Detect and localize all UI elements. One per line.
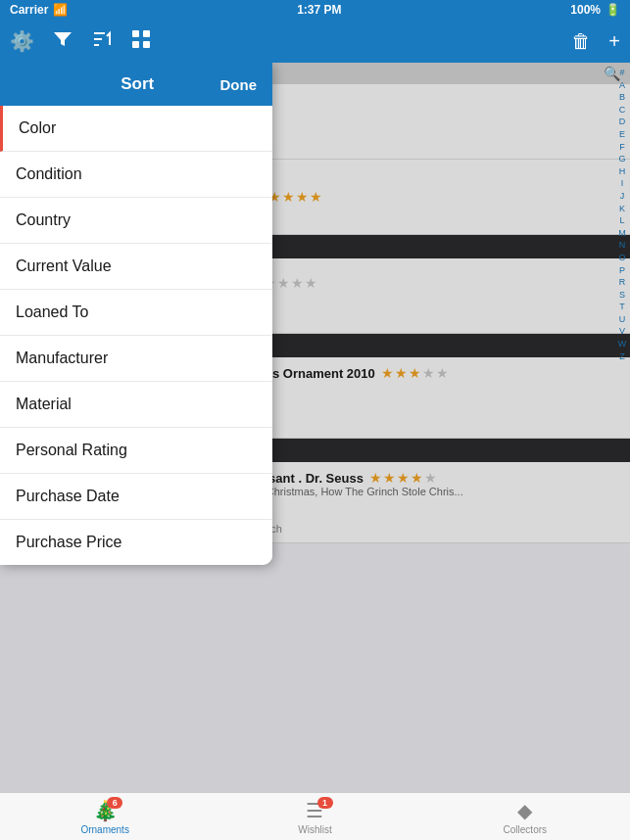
sort-panel: Sort Done Color Condition Country Curren… (0, 63, 272, 565)
svg-rect-4 (143, 30, 150, 37)
sort-item-country[interactable]: Country (0, 198, 272, 244)
nav-right-icons: 🗑 + (571, 30, 620, 53)
battery-text: 100% (570, 3, 601, 17)
sort-item-personal-rating[interactable]: Personal Rating (0, 428, 272, 474)
status-right: 100% 🔋 (570, 3, 620, 17)
settings-icon[interactable]: ⚙️ (10, 29, 34, 53)
svg-rect-5 (132, 41, 139, 48)
tab-collectors[interactable]: ◆ Collectors (420, 793, 630, 840)
ornaments-label: Ornaments (80, 824, 128, 835)
wishlist-label: Wishlist (298, 824, 331, 835)
tab-bar: 6 🎄 Ornaments 1 ☰ Wishlist ◆ Collectors (0, 792, 630, 840)
ornaments-badge: 6 (107, 797, 122, 809)
sort-item-current-value[interactable]: Current Value (0, 244, 272, 290)
sort-done-button[interactable]: Done (220, 76, 258, 93)
status-left: Carrier 📶 (10, 3, 68, 17)
sort-item-manufacturer[interactable]: Manufacturer (0, 336, 272, 382)
content-area: 🔍 ment Corvette ★ ★ ★ ★ ★ (0, 63, 630, 792)
sort-title: Sort (55, 74, 220, 94)
wishlist-badge: 1 (317, 797, 333, 809)
tab-wishlist[interactable]: 1 ☰ Wishlist (210, 793, 419, 840)
nav-left-icons: ⚙️ (10, 28, 152, 55)
svg-rect-6 (143, 41, 150, 48)
sort-item-purchase-price[interactable]: Purchase Price (0, 520, 272, 565)
nav-bar: ⚙️ 🗑 + (0, 20, 630, 63)
add-icon[interactable]: + (608, 30, 620, 53)
collectors-icon: ◆ (517, 799, 532, 822)
svg-rect-3 (132, 30, 139, 37)
status-bar: Carrier 📶 1:37 PM 100% 🔋 (0, 0, 630, 20)
grid-icon[interactable] (130, 28, 152, 55)
sort-item-color[interactable]: Color (0, 106, 272, 152)
carrier-text: Carrier (10, 3, 48, 17)
battery-icon: 🔋 (606, 3, 620, 17)
tab-ornaments[interactable]: 6 🎄 Ornaments (0, 793, 210, 840)
time-text: 1:37 PM (297, 3, 341, 17)
filter-icon[interactable] (52, 28, 73, 55)
sort-item-material[interactable]: Material (0, 382, 272, 428)
wifi-icon: 📶 (53, 3, 68, 17)
collectors-label: Collectors (504, 824, 547, 835)
sort-header: Sort Done (0, 63, 272, 106)
sort-item-loaned-to[interactable]: Loaned To (0, 290, 272, 336)
sort-item-condition[interactable]: Condition (0, 152, 272, 198)
sort-item-purchase-date[interactable]: Purchase Date (0, 474, 272, 520)
trash-icon[interactable]: 🗑 (571, 30, 591, 53)
sort-overlay[interactable]: Sort Done Color Condition Country Curren… (0, 63, 630, 792)
sort-icon[interactable] (91, 28, 113, 55)
